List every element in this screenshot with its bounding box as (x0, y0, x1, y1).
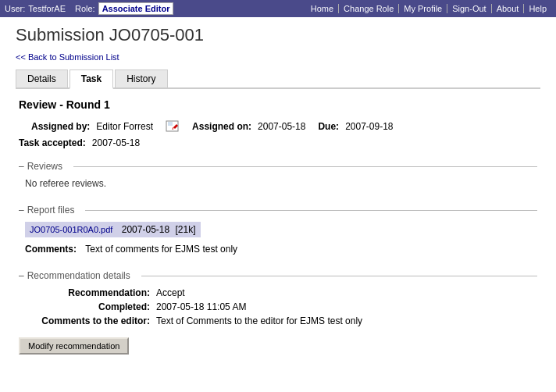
editor-comments-row: Comments to the editor: Text of Comments… (25, 315, 537, 326)
about-link[interactable]: About (492, 4, 525, 13)
file-date: 2007-05-18 (122, 224, 169, 235)
task-accepted-value: 2007-05-18 (92, 137, 140, 148)
tab-task[interactable]: Task (70, 69, 113, 89)
due-label: Due: (318, 121, 339, 132)
user-info: User: TestforAE Role: Associate Editor (5, 2, 173, 15)
assigned-by-value: Editor Forrest (96, 121, 153, 132)
file-entry: JO0705-001R0A0.pdf 2007-05-18 [21k] (25, 222, 201, 237)
task-content: Review - Round 1 Assigned by: Editor For… (16, 89, 540, 364)
recommendation-dash: – (19, 270, 24, 281)
reviews-label: Reviews (27, 161, 62, 172)
help-link[interactable]: Help (524, 4, 551, 13)
report-files-divider-line (85, 210, 537, 211)
tab-details[interactable]: Details (16, 69, 68, 87)
no-reviews-text: No referee reviews. (25, 178, 537, 189)
reviews-section-label: – (19, 161, 24, 172)
file-link[interactable]: JO0705-001R0A0.pdf (30, 225, 112, 234)
recommendation-label: Recommendation: (25, 287, 150, 298)
back-to-list-link[interactable]: << Back to Submission List (16, 52, 119, 62)
task-accepted-label: Task accepted: (19, 137, 86, 148)
assigned-row: Assigned by: Editor Forrest Assigned on:… (31, 120, 537, 133)
role-label: Role: (75, 4, 95, 13)
top-nav-bar: User: TestforAE Role: Associate Editor H… (0, 0, 556, 17)
file-comments-label: Comments: (25, 244, 77, 255)
my-profile-link[interactable]: My Profile (399, 4, 447, 13)
recommendation-divider-line (141, 276, 537, 276)
user-name: TestforAE (28, 4, 66, 13)
report-files-label: Report files (27, 205, 75, 216)
completed-value: 2007-05-18 11:05 AM (156, 301, 246, 312)
recommendation-divider: – Recommendation details (19, 270, 537, 281)
tabs-container: Details Task History (16, 69, 540, 89)
user-label: User: (5, 4, 25, 13)
report-files-dash: – (19, 205, 24, 216)
reviews-divider-line (73, 166, 537, 167)
file-row: JO0705-001R0A0.pdf 2007-05-18 [21k] Comm… (25, 222, 537, 255)
completed-row: Completed: 2007-05-18 11:05 AM (25, 301, 537, 312)
file-size: [21k] (176, 224, 196, 235)
file-comments-row: Comments: Text of comments for EJMS test… (25, 244, 537, 255)
editor-comments-label: Comments to the editor: (25, 315, 150, 326)
home-link[interactable]: Home (306, 4, 339, 13)
recommendation-section-label: Recommendation details (27, 270, 130, 281)
task-section-title: Review - Round 1 (19, 98, 537, 111)
report-files-divider: – Report files (19, 205, 537, 216)
tab-history[interactable]: History (115, 69, 167, 87)
role-badge: Associate Editor (98, 2, 174, 15)
sign-out-link[interactable]: Sign-Out (447, 4, 491, 13)
due-value: 2007-09-18 (345, 121, 393, 132)
task-accepted-row: Task accepted: 2007-05-18 (19, 137, 537, 148)
completed-label: Completed: (25, 301, 150, 312)
nav-links: Home Change Role My Profile Sign-Out Abo… (306, 4, 551, 13)
recommendation-value: Accept (156, 287, 185, 298)
modify-recommendation-button[interactable]: Modify recommendation (19, 337, 129, 355)
recommendation-details: Recommendation: Accept Completed: 2007-0… (25, 287, 537, 326)
assigned-on-label: Assigned on: (192, 121, 251, 132)
assigned-on-value: 2007-05-18 (258, 121, 305, 132)
svg-rect-1 (168, 122, 173, 126)
reviews-divider: – Reviews (19, 161, 537, 172)
assigned-by-label: Assigned by: (31, 121, 90, 132)
change-role-link[interactable]: Change Role (339, 4, 399, 13)
edit-assigned-icon[interactable] (166, 120, 180, 133)
page-title: Submission JO0705-001 (16, 25, 540, 45)
file-comments-value: Text of comments for EJMS test only (85, 244, 237, 255)
editor-comments-value: Text of Comments to the editor for EJMS … (156, 315, 362, 326)
recommendation-row: Recommendation: Accept (25, 287, 537, 298)
main-content: Submission JO0705-001 << Back to Submiss… (0, 17, 556, 372)
